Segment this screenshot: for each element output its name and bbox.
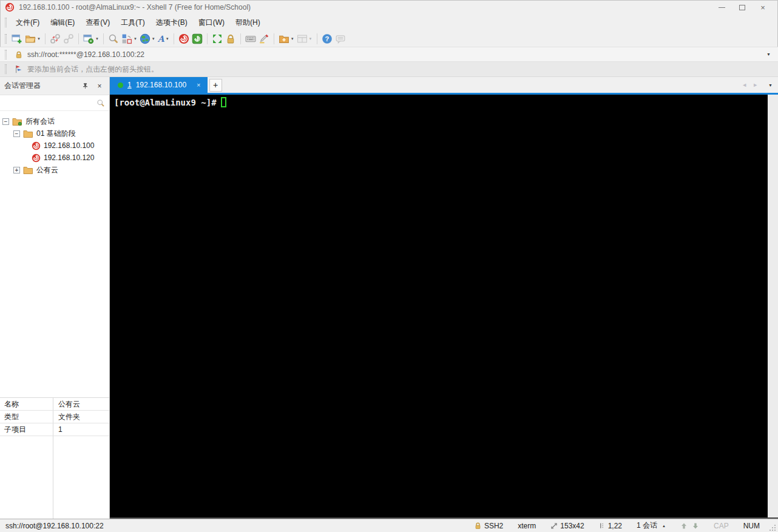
property-key: 名称 bbox=[0, 398, 53, 410]
scroll-up-icon[interactable] bbox=[680, 522, 688, 530]
status-cursor-position[interactable]: 1,22 bbox=[594, 522, 627, 530]
session-manager-panel: 会话管理器 × − 所有会话 − 01 基础阶段 bbox=[0, 77, 110, 519]
scroll-down-icon[interactable] bbox=[692, 522, 699, 530]
properties-button[interactable]: ▼ bbox=[82, 32, 100, 46]
tab-list-dropdown-icon[interactable]: ▼ bbox=[768, 83, 773, 87]
reconnect-button[interactable] bbox=[62, 32, 75, 46]
xshell-icon bbox=[178, 33, 189, 44]
pin-icon[interactable] bbox=[79, 81, 90, 92]
connected-status-icon bbox=[118, 82, 123, 88]
drag-grip[interactable] bbox=[5, 18, 7, 27]
drag-grip[interactable] bbox=[5, 64, 7, 74]
status-protocol[interactable]: SSH2 bbox=[469, 522, 508, 530]
find-button[interactable] bbox=[107, 32, 120, 46]
property-value: 1 bbox=[53, 423, 109, 436]
session-count-label: 1 会话 bbox=[637, 520, 657, 531]
collapse-icon[interactable]: − bbox=[13, 130, 20, 137]
tab-close-icon[interactable]: × bbox=[197, 81, 200, 89]
menu-help[interactable]: 帮助(H) bbox=[230, 15, 266, 30]
virtual-keyboard-button[interactable] bbox=[244, 32, 257, 46]
flag-icon bbox=[15, 65, 23, 73]
expand-icon[interactable]: + bbox=[13, 167, 20, 173]
root-folder-icon bbox=[12, 117, 22, 126]
table-row: 名称 公有云 bbox=[0, 398, 109, 411]
tab-index: 1 bbox=[127, 81, 132, 89]
new-session-button[interactable] bbox=[10, 32, 24, 46]
new-tab-button[interactable]: + bbox=[209, 79, 222, 92]
disconnect-button[interactable] bbox=[49, 32, 62, 46]
menu-view[interactable]: 查看(V) bbox=[80, 15, 115, 30]
xftp-button[interactable] bbox=[191, 32, 204, 46]
minimize-button[interactable] bbox=[711, 1, 732, 14]
tree-item-all-sessions[interactable]: − 所有会话 bbox=[0, 115, 109, 127]
tab-bar: 1 192.168.10.100 × + ◄ ► ▼ bbox=[110, 77, 778, 95]
tab-label: 192.168.10.100 bbox=[136, 81, 186, 89]
panel-close-icon[interactable]: × bbox=[94, 81, 105, 92]
help-button[interactable]: ? bbox=[320, 32, 334, 46]
caps-lock-label: CAP bbox=[714, 522, 729, 530]
highlighter-button[interactable] bbox=[257, 32, 271, 46]
tab-session-active[interactable]: 1 192.168.10.100 × bbox=[110, 77, 208, 93]
terminal-screen[interactable]: [root@AlmaLinux9 ~]# bbox=[110, 95, 768, 517]
layout-button[interactable]: ▼ bbox=[296, 32, 314, 46]
menu-edit[interactable]: 编辑(E) bbox=[45, 15, 80, 30]
lock-icon bbox=[15, 50, 23, 59]
chevron-down-icon[interactable]: ▼ bbox=[166, 37, 169, 41]
font-button[interactable]: A ▼ bbox=[157, 32, 171, 46]
tree-item-session-100[interactable]: 192.168.10.100 bbox=[0, 140, 109, 152]
status-terminal-type[interactable]: xterm bbox=[513, 522, 541, 530]
drag-grip[interactable] bbox=[5, 50, 7, 59]
address-dropdown-icon[interactable]: ▼ bbox=[766, 52, 774, 56]
svg-text:?: ? bbox=[325, 35, 329, 42]
layout-grid-icon bbox=[297, 33, 308, 44]
menu-window[interactable]: 窗口(W) bbox=[193, 15, 230, 30]
menu-tabs[interactable]: 选项卡(B) bbox=[151, 15, 193, 30]
encoding-button[interactable]: ▼ bbox=[138, 32, 157, 46]
lock-screen-button[interactable] bbox=[224, 32, 237, 46]
close-button[interactable]: × bbox=[753, 1, 773, 14]
menu-file[interactable]: 文件(F) bbox=[10, 15, 45, 30]
terminal-scrollbar[interactable] bbox=[768, 95, 778, 517]
collapse-icon[interactable]: − bbox=[2, 118, 9, 125]
tab-nav: ◄ ► ▼ bbox=[742, 77, 778, 93]
info-bar: 要添加当前会话，点击左侧的箭头按钮。 bbox=[0, 62, 778, 77]
chevron-down-icon[interactable]: ▼ bbox=[95, 37, 99, 41]
maximize-button[interactable] bbox=[732, 1, 753, 14]
open-button[interactable]: ▼ bbox=[24, 32, 42, 46]
globe-icon bbox=[140, 33, 151, 44]
tree-item-folder-01[interactable]: − 01 基础阶段 bbox=[0, 127, 109, 140]
session-icon bbox=[32, 153, 41, 163]
tree-item-label: 所有会话 bbox=[25, 116, 55, 127]
status-right: SSH2 xterm 153x42 1,22 1 会话 ▲ CA bbox=[469, 520, 778, 532]
terminal[interactable]: [root@AlmaLinux9 ~]# bbox=[110, 95, 778, 519]
reconnect-icon bbox=[63, 33, 74, 44]
fullscreen-button[interactable] bbox=[211, 32, 224, 46]
status-terminal-size[interactable]: 153x42 bbox=[546, 522, 589, 530]
tree-item-label: 192.168.10.120 bbox=[44, 153, 94, 162]
chevron-down-icon[interactable]: ▼ bbox=[37, 37, 41, 41]
arrange-tabs-button[interactable]: ▼ bbox=[120, 32, 138, 46]
resize-grip[interactable] bbox=[768, 524, 777, 532]
chevron-down-icon[interactable]: ▼ bbox=[291, 37, 294, 41]
tab-scroll-right-icon[interactable]: ► bbox=[753, 82, 758, 88]
tree-item-label: 01 基础阶段 bbox=[36, 129, 76, 139]
new-folder-button[interactable]: ▼ bbox=[277, 32, 296, 46]
tree-item-folder-cloud[interactable]: + 公有云 bbox=[0, 164, 109, 176]
toolbar-separator bbox=[103, 33, 104, 44]
feedback-button[interactable] bbox=[334, 32, 347, 46]
xshell-window: 192.168.10.100 - root@AlmaLinux9:~ - Xsh… bbox=[0, 0, 778, 532]
tab-scroll-left-icon[interactable]: ◄ bbox=[742, 82, 747, 88]
address-bar[interactable]: ssh://root:******@192.168.10.100:22 ▼ bbox=[0, 47, 778, 62]
drag-grip[interactable] bbox=[5, 34, 7, 44]
menu-tools[interactable]: 工具(T) bbox=[115, 15, 150, 30]
status-num-lock: NUM bbox=[739, 522, 761, 530]
chevron-down-icon[interactable]: ▼ bbox=[152, 37, 155, 41]
tree-item-session-120[interactable]: 192.168.10.120 bbox=[0, 152, 109, 164]
status-session-count[interactable]: 1 会话 ▲ bbox=[632, 520, 671, 531]
session-tree: − 所有会话 − 01 基础阶段 192.168.10.100 192.168.… bbox=[0, 111, 109, 397]
xshell-button[interactable] bbox=[177, 32, 191, 46]
chevron-down-icon[interactable]: ▼ bbox=[134, 37, 137, 41]
session-search-input[interactable] bbox=[0, 95, 109, 111]
chevron-down-icon[interactable]: ▼ bbox=[309, 37, 313, 41]
toolbar-separator bbox=[207, 33, 208, 44]
